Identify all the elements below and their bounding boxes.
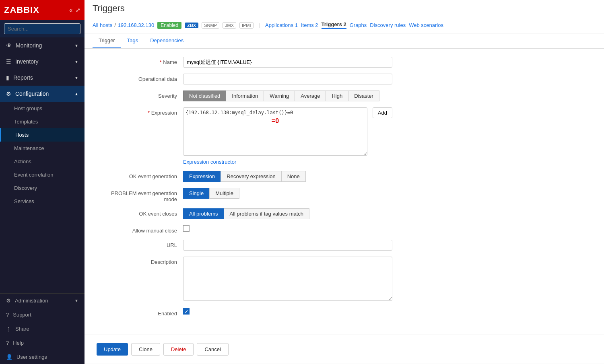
sidebar-controls: « ⤢: [69, 7, 80, 13]
severity-group: Not classified Information Warning Avera…: [183, 90, 392, 101]
search-input[interactable]: [4, 23, 80, 34]
host-link[interactable]: 192.168.32.130: [118, 22, 154, 28]
description-row: Description: [97, 257, 592, 302]
severity-disaster[interactable]: Disaster: [348, 90, 379, 101]
clone-button[interactable]: Clone: [131, 343, 160, 356]
sidebar-item-hosts[interactable]: Hosts: [0, 128, 85, 142]
sidebar-item-user-settings[interactable]: 👤 User settings: [0, 350, 85, 364]
question-icon: ?: [6, 312, 9, 318]
chevron-up-icon: ▲: [74, 92, 78, 96]
expression-area: {192.168.32.130:mysql_delay.last()}=0 =0: [183, 107, 367, 157]
expression-label: Expression: [97, 107, 177, 116]
expression-wrapper: {192.168.32.130:mysql_delay.last()}=0 =0…: [183, 107, 392, 157]
enabled-badge: Enabled: [157, 22, 181, 29]
expression-textarea[interactable]: {192.168.32.130:mysql_delay.last()}=0: [183, 107, 367, 156]
severity-control: Not classified Information Warning Avera…: [183, 90, 392, 101]
problem-event-multiple[interactable]: Multiple: [209, 188, 239, 199]
sidebar-item-label: Monitoring: [16, 42, 42, 49]
operational-data-control: [183, 74, 392, 84]
breadcrumb: All hosts / 192.168.32.130: [93, 22, 154, 28]
form: Name Operational data Severity: [85, 49, 604, 331]
all-hosts-link[interactable]: All hosts: [93, 22, 112, 28]
sidebar-item-maintenance[interactable]: Maintenance: [0, 142, 85, 155]
action-buttons: Update Clone Delete Cancel: [85, 335, 604, 364]
sidebar-item-support[interactable]: ? Support: [0, 308, 85, 322]
breadcrumb-separator: /: [114, 22, 116, 28]
enabled-checkbox[interactable]: ✓: [183, 308, 190, 315]
sidebar-item-templates[interactable]: Templates: [0, 115, 85, 128]
settings-icon: ⚙: [6, 298, 11, 304]
sidebar-item-event-correlation[interactable]: Event correlation: [0, 168, 85, 181]
bar-chart-icon: ▮: [6, 74, 9, 81]
ok-event-closes-group: All problems All problems if tag values …: [183, 208, 392, 219]
sidebar-item-reports[interactable]: ▮ Reports ▼: [0, 70, 85, 86]
snmp-badge[interactable]: SNMP: [202, 22, 219, 29]
expression-constructor-link[interactable]: Expression constructor: [183, 159, 236, 165]
ok-event-closes-control: All problems All problems if tag values …: [183, 208, 392, 219]
severity-average[interactable]: Average: [295, 90, 326, 101]
expand-icon[interactable]: ⤢: [76, 7, 80, 13]
sidebar-item-inventory[interactable]: ☰ Inventory ▼: [0, 53, 85, 70]
triggers-link[interactable]: Triggers 2: [322, 21, 346, 29]
applications-link[interactable]: Applications 1: [265, 22, 298, 28]
problem-event-row: PROBLEM event generation mode Single Mul…: [97, 188, 592, 202]
sidebar-item-actions[interactable]: Actions: [0, 155, 85, 168]
severity-information[interactable]: Information: [226, 90, 264, 101]
chevron-right-icon: ▼: [74, 43, 78, 48]
sidebar-item-share[interactable]: ⋮ Share: [0, 322, 85, 336]
discovery-rules-link[interactable]: Discovery rules: [370, 22, 406, 28]
ok-event-none[interactable]: None: [281, 171, 306, 182]
ok-event-control: Expression Recovery expression None: [183, 171, 392, 182]
ok-event-closes-tag[interactable]: All problems if tag values match: [224, 208, 310, 219]
add-expression-button[interactable]: Add: [373, 107, 392, 118]
severity-warning[interactable]: Warning: [264, 90, 295, 101]
sidebar-item-host-groups[interactable]: Host groups: [0, 102, 85, 115]
ok-event-closes-label: OK event closes: [97, 208, 177, 217]
severity-high[interactable]: High: [326, 90, 348, 101]
sidebar-item-services[interactable]: Services: [0, 195, 85, 208]
sidebar-item-discovery[interactable]: Discovery: [0, 181, 85, 195]
problem-event-single[interactable]: Single: [183, 188, 210, 199]
sidebar-item-administration[interactable]: ⚙ Administration ▼: [0, 294, 85, 308]
url-row: URL: [97, 240, 592, 251]
tab-tags[interactable]: Tags: [121, 33, 144, 48]
web-scenarios-link[interactable]: Web scenarios: [409, 22, 443, 28]
description-textarea[interactable]: [183, 257, 392, 301]
tab-dependencies[interactable]: Dependencies: [144, 33, 190, 48]
ok-event-expression[interactable]: Expression: [183, 171, 221, 182]
ok-event-closes-row: OK event closes All problems All problem…: [97, 208, 592, 219]
description-label: Description: [97, 257, 177, 265]
delete-button[interactable]: Delete: [163, 343, 194, 356]
graphs-link[interactable]: Graphs: [350, 22, 367, 28]
sidebar-header: ZABBIX « ⤢: [0, 0, 85, 20]
ok-event-closes-all[interactable]: All problems: [183, 208, 224, 219]
url-control: [183, 240, 392, 251]
expression-constructor-container: Expression constructor: [183, 159, 392, 165]
sidebar-item-help[interactable]: ? Help: [0, 336, 85, 350]
ok-event-recovery[interactable]: Recovery expression: [221, 171, 281, 182]
operational-data-input[interactable]: [183, 74, 392, 84]
sidebar-item-monitoring[interactable]: 👁 Monitoring ▼: [0, 37, 85, 53]
sidebar: ZABBIX « ⤢ 👁 Monitoring ▼ ☰ Inventory ▼ …: [0, 0, 85, 364]
jmx-badge[interactable]: JMX: [223, 22, 236, 29]
allow-manual-close-checkbox[interactable]: [183, 225, 190, 232]
items-link[interactable]: Items 2: [301, 22, 318, 28]
update-button[interactable]: Update: [97, 343, 128, 356]
ok-event-group: Expression Recovery expression None: [183, 171, 392, 182]
cancel-button[interactable]: Cancel: [197, 343, 228, 356]
sidebar-item-configuration[interactable]: ⚙ Configuration ▲: [0, 86, 85, 102]
url-input[interactable]: [183, 240, 392, 251]
list-icon: ☰: [6, 58, 11, 65]
zbx-badge[interactable]: ZBX: [185, 23, 198, 28]
share-icon: ⋮: [6, 326, 11, 332]
ok-event-row: OK event generation Expression Recovery …: [97, 171, 592, 182]
collapse-icon[interactable]: «: [69, 7, 72, 13]
logo: ZABBIX: [4, 5, 39, 15]
user-icon: 👤: [6, 354, 12, 360]
top-bar: All hosts / 192.168.32.130 Enabled ZBX S…: [85, 17, 604, 33]
name-input[interactable]: [183, 57, 392, 68]
expression-row: Expression {192.168.32.130:mysql_delay.l…: [97, 107, 592, 165]
ipmi-badge[interactable]: IPMI: [239, 22, 254, 29]
tab-trigger[interactable]: Trigger: [93, 33, 121, 48]
severity-not-classified[interactable]: Not classified: [183, 90, 226, 101]
